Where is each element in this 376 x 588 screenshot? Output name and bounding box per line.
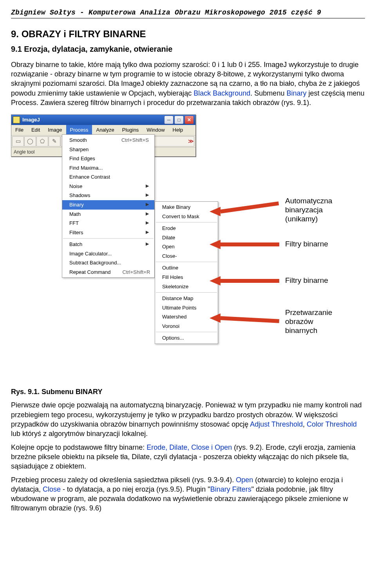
- process-menu-item-repeat-command[interactable]: Repeat CommandCtrl+Shift+R: [62, 268, 154, 277]
- close-button[interactable]: ✕: [184, 116, 194, 124]
- term-color-threshold: Color Threshold: [307, 420, 357, 428]
- menu-item-label: Distance Map: [162, 295, 212, 302]
- menu-item-label: Convert to Mask: [162, 213, 212, 220]
- tool-oval-icon[interactable]: ◯: [24, 136, 36, 147]
- process-menu-item-find-edges[interactable]: Find Edges: [62, 154, 154, 163]
- minimize-button[interactable]: ─: [164, 116, 174, 124]
- binary-menu-item-make-binary[interactable]: Make Binary: [155, 203, 218, 212]
- process-menu-item-shadows[interactable]: Shadows▶: [62, 191, 154, 200]
- process-menu-item-math[interactable]: Math▶: [62, 210, 154, 219]
- binary-menu-item-open[interactable]: Open: [155, 242, 218, 251]
- term-erode-dilate-close-open: Erode, Dilate, Close i Open: [146, 443, 232, 451]
- submenu-arrow-icon: ▶: [146, 220, 149, 227]
- menu-item-label: Find Maxima...: [69, 165, 149, 172]
- binary-menu-item-dilate[interactable]: Dilate: [155, 233, 218, 242]
- process-menu-item-find-maxima[interactable]: Find Maxima...: [62, 163, 154, 173]
- submenu-arrow-icon: ▶: [146, 229, 149, 236]
- process-menu-item-batch[interactable]: Batch▶: [62, 240, 154, 249]
- binary-menu-item-voronoi[interactable]: Voronoi: [155, 322, 218, 331]
- binary-menu-item-skeletonize[interactable]: Skeletonize: [155, 282, 218, 291]
- menu-separator: [63, 238, 154, 239]
- process-menu-item-binary[interactable]: Binary▶: [62, 200, 154, 210]
- menu-item-label: Open: [162, 243, 212, 250]
- menu-item-image[interactable]: Image: [44, 125, 66, 135]
- tool-rectangle-icon[interactable]: ▭: [12, 136, 24, 147]
- menu-item-label: Find Edges: [69, 155, 149, 162]
- document-header: Zbigniew Sołtys - Komputerowa Analiza Ob…: [11, 8, 365, 18]
- menu-item-label: Close-: [162, 253, 212, 260]
- menu-item-label: Options...: [162, 335, 212, 342]
- menu-separator: [156, 292, 217, 293]
- binary-menu-item-distance-map[interactable]: Distance Map: [155, 294, 218, 303]
- annotation-auto-binarization: Automatyczna binaryzacja (unikamy): [285, 197, 332, 223]
- binary-menu-item-watershed[interactable]: Watershed: [155, 312, 218, 322]
- menu-item-label: Sharpen: [69, 146, 149, 153]
- menu-item-label: Subtract Background...: [69, 259, 149, 266]
- menu-shortcut: Ctrl+Shift+S: [121, 137, 149, 144]
- binary-menu-item-outline[interactable]: Outline: [155, 263, 218, 273]
- process-menu-item-subtract-background[interactable]: Subtract Background...: [62, 258, 154, 268]
- binary-menu-item-fill-holes[interactable]: Fill Holes: [155, 273, 218, 282]
- process-menu-dropdown: SmoothCtrl+Shift+SSharpenFind EdgesFind …: [62, 134, 155, 278]
- maximize-button[interactable]: □: [174, 116, 184, 124]
- menu-item-label: Outline: [162, 264, 212, 271]
- binary-menu-item-close[interactable]: Close-: [155, 251, 218, 261]
- menu-item-label: Enhance Contrast: [69, 174, 149, 181]
- menu-bar: FileEditImageProcessAnalyzePluginsWindow…: [11, 125, 195, 136]
- menu-item-label: FFT: [69, 220, 134, 227]
- text: lub któryś z algorytmów binaryzacji loka…: [11, 430, 148, 438]
- submenu-arrow-icon: ▶: [146, 241, 149, 248]
- annotation-binary-filters-2: Filtry binarne: [285, 276, 328, 285]
- menu-item-label: Skeletonize: [162, 283, 212, 290]
- process-menu-item-enhance-contrast[interactable]: Enhance Contrast: [62, 172, 154, 182]
- subsection-title: 9.1 Erozja, dylatacja, zamykanie, otwier…: [11, 44, 365, 54]
- term-binary: Binary: [286, 89, 306, 97]
- menu-item-label: Voronoi: [162, 323, 212, 330]
- paragraph-4: Kolejne opcje to podstawowe filtry binar…: [11, 443, 365, 471]
- menu-item-plugins[interactable]: Plugins: [118, 125, 143, 135]
- process-menu-item-sharpen[interactable]: Sharpen: [62, 145, 154, 154]
- menu-item-file[interactable]: File: [11, 125, 27, 135]
- text: Submenu: [254, 89, 286, 97]
- annotation-binary-processing: Przetwarzanie obrazów binarnych: [285, 308, 332, 335]
- menu-item-label: Fill Holes: [162, 274, 212, 281]
- text: Kolejne opcje to podstawowe filtry binar…: [11, 443, 146, 451]
- process-menu-item-image-calculator[interactable]: Image Calculator...: [62, 249, 154, 259]
- figure-9-1: ImageJ ─ □ ✕ FileEditImageProcessAnalyze…: [11, 114, 352, 373]
- menu-separator: [156, 222, 217, 223]
- process-menu-item-smooth[interactable]: SmoothCtrl+Shift+S: [62, 136, 154, 145]
- submenu-arrow-icon: ▶: [146, 211, 149, 218]
- tool-freehand-icon[interactable]: ✎: [49, 136, 60, 147]
- window-title: ImageJ: [22, 116, 164, 123]
- menu-item-label: Math: [69, 211, 134, 218]
- text: ,: [303, 420, 307, 428]
- menu-item-label: Filters: [69, 229, 134, 236]
- binary-menu-item-convert-to-mask[interactable]: Convert to Mask: [155, 212, 218, 221]
- menu-item-label: Binary: [69, 201, 134, 208]
- figure-caption: Rys. 9.1. Submenu BINARY: [11, 387, 365, 396]
- menu-item-analyze[interactable]: Analyze: [92, 125, 118, 135]
- window-titlebar[interactable]: ImageJ ─ □ ✕: [11, 115, 195, 125]
- menu-item-process[interactable]: Process: [66, 125, 92, 135]
- submenu-arrow-icon: ▶: [146, 201, 149, 208]
- binary-menu-item-options[interactable]: Options...: [155, 333, 218, 343]
- tool-polygon-icon[interactable]: ⬠: [36, 136, 48, 147]
- menu-item-label: Batch: [69, 241, 134, 248]
- term-adjust-threshold: Adjust Threshold: [250, 420, 303, 428]
- menu-item-label: Erode: [162, 225, 212, 232]
- menu-item-edit[interactable]: Edit: [27, 125, 44, 135]
- menu-item-label: Noise: [69, 183, 134, 190]
- binary-menu-item-erode[interactable]: Erode: [155, 224, 218, 233]
- menu-item-label: Smooth: [69, 137, 110, 144]
- menu-item-window[interactable]: Window: [143, 125, 168, 135]
- process-menu-item-noise[interactable]: Noise▶: [62, 182, 154, 191]
- process-menu-item-filters[interactable]: Filters▶: [62, 228, 154, 237]
- menu-item-label: Make Binary: [162, 204, 212, 211]
- text: - to dylatacja, a po niej erozja (rys.9.…: [61, 485, 210, 493]
- menu-item-help[interactable]: Help: [169, 125, 187, 135]
- app-icon: [13, 116, 20, 123]
- binary-menu-item-ultimate-points[interactable]: Ultimate Points: [155, 303, 218, 313]
- text: .: [250, 89, 252, 97]
- process-menu-item-fft[interactable]: FFT▶: [62, 219, 154, 228]
- term-open: Open: [236, 476, 253, 484]
